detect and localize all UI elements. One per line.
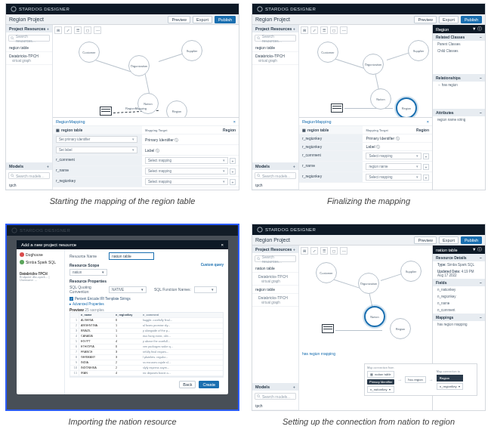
node-region-selected[interactable]: Region: [396, 97, 417, 119]
tool-icon[interactable]: ⊞: [301, 26, 308, 34]
node-organization[interactable]: Organization: [363, 54, 384, 75]
resource-item[interactable]: region table: [6, 44, 52, 52]
publish-button[interactable]: Publish: [461, 16, 482, 23]
export-button[interactable]: Export: [193, 16, 212, 23]
publish-button[interactable]: Publish: [215, 16, 236, 23]
tool-icon[interactable]: ◻: [330, 247, 338, 255]
close-mapping-icon[interactable]: ×: [427, 119, 429, 124]
tool-icon[interactable]: ⊞: [301, 247, 308, 255]
node-supplier[interactable]: Supplier: [408, 40, 429, 61]
add-model-icon[interactable]: +: [47, 164, 49, 168]
export-button[interactable]: Export: [439, 236, 459, 244]
node-organization[interactable]: Organization: [358, 273, 379, 294]
mapping-right[interactable]: region name▾+: [363, 162, 432, 171]
model-search[interactable]: Search models...: [255, 172, 296, 179]
node-customer[interactable]: Customer: [317, 42, 338, 63]
fields-section[interactable]: Fields−: [433, 279, 485, 286]
tool-icon[interactable]: ☰: [320, 26, 328, 34]
back-button[interactable]: Back: [179, 381, 196, 388]
mapping-left[interactable]: Set label▾: [53, 145, 142, 155]
resource-search[interactable]: Search resources...: [8, 35, 50, 42]
relationships-section[interactable]: Relationships−: [433, 74, 485, 82]
tool-icon[interactable]: ⊞: [54, 26, 62, 34]
quoting-select[interactable]: NATIVE▾: [109, 286, 147, 293]
table-icon[interactable]: [331, 104, 343, 113]
fn-select[interactable]: ▾: [194, 286, 217, 293]
connection-item[interactable]: Doghouse: [20, 252, 61, 257]
close-modal-icon[interactable]: ×: [221, 243, 224, 247]
model-item[interactable]: tpch: [252, 402, 298, 410]
resource-item[interactable]: Databricks-TPCH virtual graph: [252, 273, 298, 286]
tool-icon[interactable]: ⤢: [64, 26, 72, 34]
tool-icon[interactable]: ⋯: [340, 26, 347, 34]
tool-icon[interactable]: ⤢: [310, 26, 318, 34]
advanced-toggle[interactable]: ▸ Advanced Properties: [69, 302, 224, 306]
preview-button[interactable]: Preview: [414, 236, 437, 244]
add-mapping-icon[interactable]: +: [423, 153, 429, 159]
mappings-section[interactable]: Mappings−: [433, 314, 485, 321]
add-mapping-icon[interactable]: +: [230, 168, 236, 175]
node-nation[interactable]: Nation: [137, 93, 159, 114]
model-search[interactable]: Search models...: [255, 393, 296, 400]
model-search[interactable]: Search models...: [8, 172, 50, 179]
add-resource-icon[interactable]: +: [47, 26, 49, 31]
resource-item[interactable]: Databricks-TPCH virtual graph: [6, 52, 52, 65]
add-mapping-icon[interactable]: +: [423, 175, 429, 181]
node-organization[interactable]: Organization: [128, 55, 150, 76]
graph-canvas[interactable]: ⊞ ⤢ ☰ ◻ ⋯ Customer Organization Supplier…: [299, 25, 485, 190]
tool-icon[interactable]: ⤢: [310, 247, 318, 255]
preview-button[interactable]: Preview: [168, 16, 190, 23]
export-button[interactable]: Export: [439, 16, 459, 23]
graph-canvas[interactable]: ⊞ ⤢ ☰ ◻ ⋯ Customer Organization Supplier…: [299, 246, 485, 410]
resource-item[interactable]: Databricks-TPCH virtual graph: [252, 294, 298, 307]
tool-icon[interactable]: ⋯: [94, 26, 101, 34]
custom-query-link[interactable]: Custom query: [201, 263, 224, 267]
resource-details-section[interactable]: Resource Details−: [433, 254, 485, 261]
encode-checkbox[interactable]: Percent Encode IRI Template Strings: [69, 297, 224, 301]
pk-chip[interactable]: n_nationkey ▾: [367, 386, 394, 393]
tool-icon[interactable]: ◻: [84, 26, 91, 34]
resource-item[interactable]: region table: [252, 286, 298, 294]
add-mapping-icon[interactable]: +: [230, 179, 236, 185]
scope-select[interactable]: nation▾: [69, 269, 107, 276]
related-classes-section[interactable]: Related Classes−: [433, 33, 485, 41]
table-icon[interactable]: [322, 324, 334, 333]
mapping-item[interactable]: has region mapping: [433, 321, 485, 328]
resource-item[interactable]: Databricks-TPCH virtual graph: [252, 52, 298, 65]
mapping-left[interactable]: Set primary identifier▾: [53, 134, 142, 144]
graph-canvas[interactable]: ⊞ ⤢ ☰ ◻ ⋯ Customer Organization Supplier…: [53, 25, 239, 190]
table-icon[interactable]: [100, 107, 112, 116]
add-resource-icon[interactable]: +: [293, 247, 295, 252]
add-mapping-icon[interactable]: +: [423, 164, 429, 170]
connection-item[interactable]: Simba Spark SQL: [20, 260, 61, 264]
node-nation-selected[interactable]: Nation: [364, 306, 385, 327]
filter-icon[interactable]: ▼ ⓘ: [472, 26, 482, 32]
relationship-item[interactable]: → has region: [433, 82, 485, 88]
node-region[interactable]: Region: [390, 318, 411, 339]
tool-icon[interactable]: ◻: [330, 26, 338, 34]
mapping-right[interactable]: Select mapping▾+: [142, 166, 239, 176]
node-customer[interactable]: Customer: [79, 42, 100, 63]
mapping-right[interactable]: Select mapping▾+: [363, 151, 432, 161]
add-mapping-icon[interactable]: +: [230, 158, 236, 164]
attributes-section[interactable]: Attributes−: [433, 109, 485, 116]
preview-button[interactable]: Preview: [414, 16, 437, 23]
resource-item[interactable]: nation table: [252, 264, 298, 273]
filter-icon[interactable]: ▼ ⓘ: [472, 247, 482, 252]
tool-icon[interactable]: ☰: [320, 247, 328, 255]
mapping-right[interactable]: Select mapping▾+: [142, 156, 239, 165]
relation-chip[interactable]: has region: [405, 376, 426, 383]
node-customer[interactable]: Customer: [316, 262, 337, 283]
model-item[interactable]: tpch: [6, 181, 52, 190]
create-button[interactable]: Create: [199, 381, 219, 388]
resource-search[interactable]: Search resources...: [255, 35, 296, 42]
mapping-right[interactable]: Select mapping▾+: [363, 172, 432, 182]
add-resource-icon[interactable]: +: [293, 26, 295, 31]
add-model-icon[interactable]: +: [293, 164, 295, 168]
resource-search[interactable]: Search resources...: [255, 255, 296, 262]
node-nation[interactable]: Nation: [370, 88, 391, 110]
node-supplier[interactable]: Supplier: [181, 40, 202, 61]
close-mapping-icon[interactable]: ×: [233, 119, 236, 124]
target-value-chip[interactable]: n_regionkey ▾: [437, 383, 463, 390]
tool-icon[interactable]: ⋯: [340, 247, 347, 255]
